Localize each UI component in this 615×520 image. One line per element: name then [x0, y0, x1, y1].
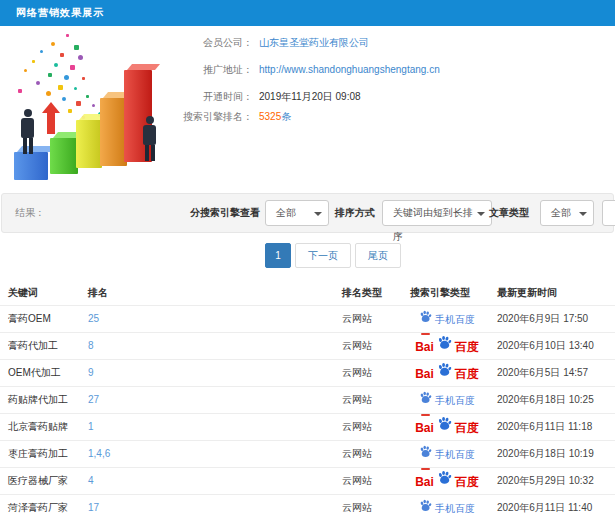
rank-type-cell: 云网站 [342, 387, 372, 413]
mobile-baidu-logo: 手机百度 [419, 387, 475, 414]
page-button-current[interactable]: 1 [265, 243, 291, 268]
confetti-dot [74, 87, 77, 90]
keyword-cell: 北京膏药贴牌 [8, 414, 68, 440]
businessman-figure-left [21, 109, 34, 154]
sort-selected: 关键词由短到长排序 [393, 207, 473, 242]
rank-type-cell: 云网站 [342, 360, 372, 386]
marketing-report-page: 网络营销效果展示 会员公司： 山东皇圣堂药业 [0, 0, 615, 520]
baidu-paw-icon: du [437, 361, 452, 387]
updated-time-cell: 2020年6月11日 11:18 [497, 414, 592, 440]
table-row: OEM代加工 9 云网站 手机百度 [0, 359, 615, 386]
engine-type-cell: 手机百度 Bai du 百度 [398, 360, 496, 388]
confetti-dot [68, 109, 72, 113]
rank-link[interactable]: 17 [88, 495, 99, 520]
table-row: 医疗器械厂家 4 云网站 手机百度 [0, 467, 615, 494]
sort-select[interactable]: 关键词由短到长排序 [382, 200, 492, 226]
seo-rank-label: 搜索引擎排名： [178, 110, 253, 124]
col-header-rank: 排名 [88, 281, 108, 305]
updated-time-cell: 2020年6月18日 10:25 [497, 387, 594, 413]
engine-type-cell: 手机百度 Bai du 百度 [398, 441, 496, 468]
bar-chart-bar-green [50, 138, 78, 174]
confetti-dot [78, 55, 83, 60]
confetti-dot [36, 81, 40, 85]
window-title-bar: 网络营销效果展示 [0, 0, 615, 26]
rank-link[interactable]: 1 [88, 414, 94, 440]
baidu-paw-icon [419, 442, 432, 468]
engine-view-label: 分搜索引擎查看 [190, 194, 260, 232]
rank-link[interactable]: 9 [88, 360, 94, 386]
baidu-paw-icon [419, 496, 432, 520]
mobile-baidu-label: 手机百度 [435, 496, 475, 520]
col-header-keyword: 关键词 [8, 281, 38, 305]
seo-rank-count-link[interactable]: 5325条 [259, 110, 291, 124]
baidu-paw-icon [419, 307, 432, 333]
baidu-logo-cn-text: 百度 [455, 334, 479, 360]
chevron-down-icon [477, 212, 485, 216]
confetti-dot [40, 50, 43, 53]
table-row: 北京膏药贴牌 1 云网站 手机百度 [0, 413, 615, 440]
table-row: 菏泽膏药厂家 17 云网站 手机百度 [0, 494, 615, 520]
confetti-dot [64, 75, 69, 80]
updated-time-cell: 2020年6月11日 11:40 [497, 495, 592, 520]
mobile-baidu-label: 手机百度 [435, 307, 475, 333]
confetti-dot [92, 104, 95, 107]
baidu-paw-icon: du [437, 469, 452, 495]
baidu-paw-icon: du [437, 415, 452, 441]
result-filter-bar: 结果： 分搜索引擎查看 全部 排序方式 关键词由短到长排序 文章类型 全部 提交 [1, 193, 614, 233]
confetti-dot [48, 73, 52, 77]
baidu-logo-cn-text: 百度 [455, 415, 479, 441]
engine-type-cell: 手机百度 Bai du 百度 [398, 306, 496, 333]
confetti-dot [54, 63, 58, 67]
member-company-link[interactable]: 山东皇圣堂药业有限公司 [259, 36, 369, 50]
confetti-dot [51, 42, 55, 46]
baidu-pc-logo: Bai du 百度 [415, 333, 479, 360]
open-time-label: 开通时间： [178, 90, 253, 104]
confetti-dot [62, 97, 66, 101]
baidu-pc-logo: Bai du 百度 [415, 360, 479, 387]
keyword-cell: 药贴牌代加工 [8, 387, 68, 413]
mobile-baidu-logo: 手机百度 [419, 306, 475, 333]
baidu-logo-bai-text: Bai [415, 361, 434, 387]
confetti-dot [76, 101, 81, 106]
rank-link[interactable]: 27 [88, 387, 99, 413]
article-type-select[interactable]: 全部 [540, 200, 594, 226]
keyword-cell: OEM代加工 [8, 360, 61, 386]
confetti-dot [86, 95, 89, 98]
submit-button[interactable]: 提交 [602, 200, 615, 226]
col-header-updated: 最新更新时间 [497, 281, 557, 305]
table-row: 枣庄膏药加工 1,4,6 云网站 手机百度 [0, 440, 615, 467]
baidu-logo-bai-text: Bai [415, 415, 434, 441]
rank-type-cell: 云网站 [342, 414, 372, 440]
confetti-dot [74, 45, 79, 50]
engine-view-select[interactable]: 全部 [265, 200, 329, 226]
rank-link[interactable]: 25 [88, 306, 99, 332]
baidu-logo-bai-text: Bai [415, 334, 434, 360]
promo-url-link[interactable]: http://www.shandonghuangshengtang.cn [259, 63, 440, 77]
open-time-value: 2019年11月20日 09:08 [259, 90, 361, 104]
confetti-dot [46, 91, 51, 96]
confetti-dot [58, 85, 63, 90]
rank-type-cell: 云网站 [342, 333, 372, 359]
bar-chart-bar-orange [100, 98, 127, 166]
rank-link[interactable]: 4 [88, 468, 94, 494]
updated-time-cell: 2020年5月29日 10:32 [497, 468, 594, 494]
rank-link[interactable]: 8 [88, 333, 94, 359]
last-page-button[interactable]: 尾页 [355, 243, 401, 268]
confetti-dot [66, 34, 69, 37]
confetti-dot [82, 77, 85, 80]
updated-time-cell: 2020年6月18日 10:19 [497, 441, 594, 467]
account-info-panel: 会员公司： 山东皇圣堂药业有限公司 推广地址： http://www.shand… [0, 26, 615, 192]
rank-link[interactable]: 1,4,6 [88, 441, 110, 467]
promo-url-label: 推广地址： [178, 63, 253, 77]
engine-type-cell: 手机百度 Bai du 百度 [398, 495, 496, 520]
mobile-baidu-logo: 手机百度 [419, 441, 475, 468]
table-body: 膏药OEM 25 云网站 手机百度 [0, 305, 615, 520]
updated-time-cell: 2020年6月5日 14:57 [497, 360, 588, 386]
page-title: 网络营销效果展示 [16, 7, 104, 18]
baidu-logo-bai-text: Bai [415, 469, 434, 495]
growth-chart-illustration [4, 30, 184, 190]
bar-chart-bar-yellow [76, 120, 102, 168]
article-type-label: 文章类型 [489, 194, 529, 232]
engine-view-selected: 全部 [276, 207, 296, 218]
next-page-button[interactable]: 下一页 [295, 243, 351, 268]
